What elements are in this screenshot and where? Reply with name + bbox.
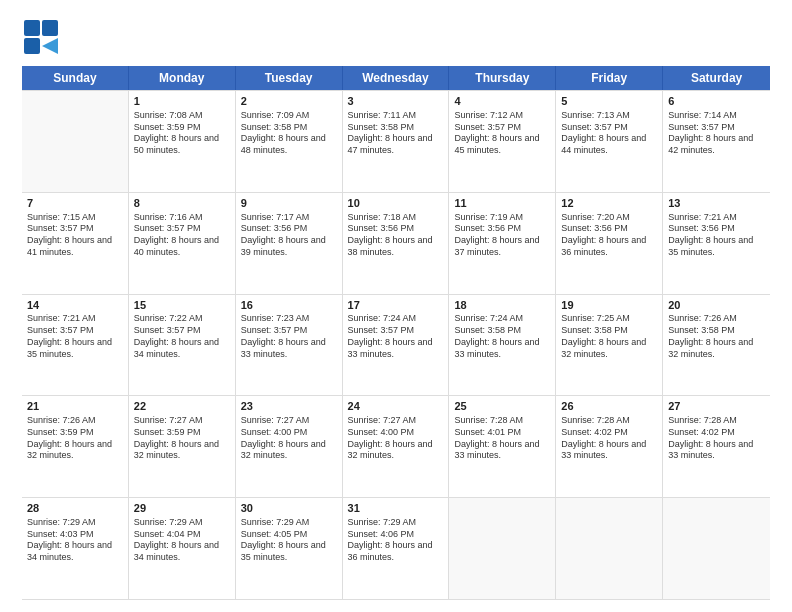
cell-info: Sunrise: 7:23 AM Sunset: 3:57 PM Dayligh… [241, 313, 337, 360]
calendar-cell: 12Sunrise: 7:20 AM Sunset: 3:56 PM Dayli… [556, 193, 663, 294]
calendar: SundayMondayTuesdayWednesdayThursdayFrid… [22, 66, 770, 600]
day-number: 30 [241, 501, 337, 516]
cell-info: Sunrise: 7:28 AM Sunset: 4:02 PM Dayligh… [561, 415, 657, 462]
cell-info: Sunrise: 7:12 AM Sunset: 3:57 PM Dayligh… [454, 110, 550, 157]
day-number: 15 [134, 298, 230, 313]
cell-info: Sunrise: 7:29 AM Sunset: 4:06 PM Dayligh… [348, 517, 444, 564]
cell-info: Sunrise: 7:29 AM Sunset: 4:04 PM Dayligh… [134, 517, 230, 564]
weekday-header: Wednesday [343, 66, 450, 90]
calendar-cell: 28Sunrise: 7:29 AM Sunset: 4:03 PM Dayli… [22, 498, 129, 599]
day-number: 29 [134, 501, 230, 516]
cell-info: Sunrise: 7:14 AM Sunset: 3:57 PM Dayligh… [668, 110, 765, 157]
logo [22, 18, 64, 56]
day-number: 13 [668, 196, 765, 211]
calendar-cell: 15Sunrise: 7:22 AM Sunset: 3:57 PM Dayli… [129, 295, 236, 396]
day-number: 31 [348, 501, 444, 516]
day-number: 6 [668, 94, 765, 109]
svg-marker-3 [42, 38, 58, 54]
cell-info: Sunrise: 7:21 AM Sunset: 3:56 PM Dayligh… [668, 212, 765, 259]
day-number: 28 [27, 501, 123, 516]
calendar-row: 1Sunrise: 7:08 AM Sunset: 3:59 PM Daylig… [22, 90, 770, 193]
weekday-header: Monday [129, 66, 236, 90]
day-number: 12 [561, 196, 657, 211]
calendar-cell: 11Sunrise: 7:19 AM Sunset: 3:56 PM Dayli… [449, 193, 556, 294]
weekday-header: Friday [556, 66, 663, 90]
cell-info: Sunrise: 7:11 AM Sunset: 3:58 PM Dayligh… [348, 110, 444, 157]
calendar-cell: 20Sunrise: 7:26 AM Sunset: 3:58 PM Dayli… [663, 295, 770, 396]
calendar-cell [449, 498, 556, 599]
calendar-cell: 19Sunrise: 7:25 AM Sunset: 3:58 PM Dayli… [556, 295, 663, 396]
cell-info: Sunrise: 7:24 AM Sunset: 3:58 PM Dayligh… [454, 313, 550, 360]
day-number: 9 [241, 196, 337, 211]
day-number: 24 [348, 399, 444, 414]
calendar-cell: 17Sunrise: 7:24 AM Sunset: 3:57 PM Dayli… [343, 295, 450, 396]
calendar-cell: 2Sunrise: 7:09 AM Sunset: 3:58 PM Daylig… [236, 91, 343, 192]
cell-info: Sunrise: 7:24 AM Sunset: 3:57 PM Dayligh… [348, 313, 444, 360]
weekday-header: Sunday [22, 66, 129, 90]
day-number: 23 [241, 399, 337, 414]
cell-info: Sunrise: 7:27 AM Sunset: 4:00 PM Dayligh… [348, 415, 444, 462]
calendar-header: SundayMondayTuesdayWednesdayThursdayFrid… [22, 66, 770, 90]
calendar-body: 1Sunrise: 7:08 AM Sunset: 3:59 PM Daylig… [22, 90, 770, 600]
day-number: 10 [348, 196, 444, 211]
svg-rect-2 [24, 38, 40, 54]
weekday-header: Thursday [449, 66, 556, 90]
calendar-cell: 4Sunrise: 7:12 AM Sunset: 3:57 PM Daylig… [449, 91, 556, 192]
cell-info: Sunrise: 7:13 AM Sunset: 3:57 PM Dayligh… [561, 110, 657, 157]
calendar-cell: 25Sunrise: 7:28 AM Sunset: 4:01 PM Dayli… [449, 396, 556, 497]
calendar-cell: 26Sunrise: 7:28 AM Sunset: 4:02 PM Dayli… [556, 396, 663, 497]
calendar-row: 14Sunrise: 7:21 AM Sunset: 3:57 PM Dayli… [22, 295, 770, 397]
day-number: 25 [454, 399, 550, 414]
cell-info: Sunrise: 7:25 AM Sunset: 3:58 PM Dayligh… [561, 313, 657, 360]
calendar-cell: 18Sunrise: 7:24 AM Sunset: 3:58 PM Dayli… [449, 295, 556, 396]
day-number: 20 [668, 298, 765, 313]
day-number: 4 [454, 94, 550, 109]
day-number: 19 [561, 298, 657, 313]
day-number: 22 [134, 399, 230, 414]
day-number: 2 [241, 94, 337, 109]
logo-icon [22, 18, 60, 56]
calendar-cell: 21Sunrise: 7:26 AM Sunset: 3:59 PM Dayli… [22, 396, 129, 497]
calendar-cell: 16Sunrise: 7:23 AM Sunset: 3:57 PM Dayli… [236, 295, 343, 396]
day-number: 21 [27, 399, 123, 414]
cell-info: Sunrise: 7:18 AM Sunset: 3:56 PM Dayligh… [348, 212, 444, 259]
calendar-cell: 23Sunrise: 7:27 AM Sunset: 4:00 PM Dayli… [236, 396, 343, 497]
cell-info: Sunrise: 7:15 AM Sunset: 3:57 PM Dayligh… [27, 212, 123, 259]
calendar-cell: 24Sunrise: 7:27 AM Sunset: 4:00 PM Dayli… [343, 396, 450, 497]
calendar-cell: 31Sunrise: 7:29 AM Sunset: 4:06 PM Dayli… [343, 498, 450, 599]
cell-info: Sunrise: 7:19 AM Sunset: 3:56 PM Dayligh… [454, 212, 550, 259]
day-number: 11 [454, 196, 550, 211]
day-number: 17 [348, 298, 444, 313]
day-number: 3 [348, 94, 444, 109]
cell-info: Sunrise: 7:28 AM Sunset: 4:02 PM Dayligh… [668, 415, 765, 462]
calendar-row: 21Sunrise: 7:26 AM Sunset: 3:59 PM Dayli… [22, 396, 770, 498]
calendar-cell: 7Sunrise: 7:15 AM Sunset: 3:57 PM Daylig… [22, 193, 129, 294]
cell-info: Sunrise: 7:22 AM Sunset: 3:57 PM Dayligh… [134, 313, 230, 360]
calendar-cell: 3Sunrise: 7:11 AM Sunset: 3:58 PM Daylig… [343, 91, 450, 192]
calendar-cell [663, 498, 770, 599]
calendar-cell: 5Sunrise: 7:13 AM Sunset: 3:57 PM Daylig… [556, 91, 663, 192]
calendar-cell: 10Sunrise: 7:18 AM Sunset: 3:56 PM Dayli… [343, 193, 450, 294]
calendar-cell: 22Sunrise: 7:27 AM Sunset: 3:59 PM Dayli… [129, 396, 236, 497]
cell-info: Sunrise: 7:17 AM Sunset: 3:56 PM Dayligh… [241, 212, 337, 259]
cell-info: Sunrise: 7:26 AM Sunset: 3:59 PM Dayligh… [27, 415, 123, 462]
cell-info: Sunrise: 7:16 AM Sunset: 3:57 PM Dayligh… [134, 212, 230, 259]
calendar-cell: 27Sunrise: 7:28 AM Sunset: 4:02 PM Dayli… [663, 396, 770, 497]
cell-info: Sunrise: 7:21 AM Sunset: 3:57 PM Dayligh… [27, 313, 123, 360]
calendar-cell: 1Sunrise: 7:08 AM Sunset: 3:59 PM Daylig… [129, 91, 236, 192]
calendar-cell: 8Sunrise: 7:16 AM Sunset: 3:57 PM Daylig… [129, 193, 236, 294]
day-number: 16 [241, 298, 337, 313]
weekday-header: Saturday [663, 66, 770, 90]
cell-info: Sunrise: 7:20 AM Sunset: 3:56 PM Dayligh… [561, 212, 657, 259]
day-number: 27 [668, 399, 765, 414]
calendar-cell: 30Sunrise: 7:29 AM Sunset: 4:05 PM Dayli… [236, 498, 343, 599]
svg-rect-0 [24, 20, 40, 36]
cell-info: Sunrise: 7:09 AM Sunset: 3:58 PM Dayligh… [241, 110, 337, 157]
cell-info: Sunrise: 7:27 AM Sunset: 4:00 PM Dayligh… [241, 415, 337, 462]
weekday-header: Tuesday [236, 66, 343, 90]
day-number: 18 [454, 298, 550, 313]
cell-info: Sunrise: 7:28 AM Sunset: 4:01 PM Dayligh… [454, 415, 550, 462]
day-number: 14 [27, 298, 123, 313]
cell-info: Sunrise: 7:29 AM Sunset: 4:05 PM Dayligh… [241, 517, 337, 564]
page: SundayMondayTuesdayWednesdayThursdayFrid… [0, 0, 792, 612]
